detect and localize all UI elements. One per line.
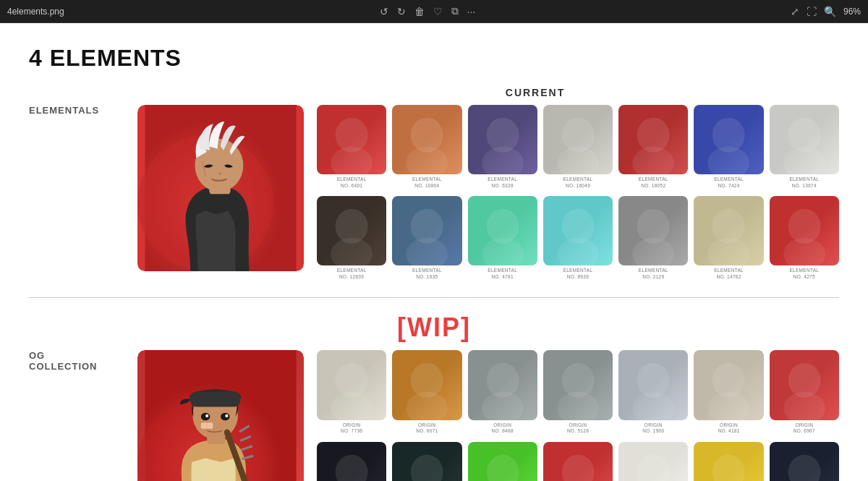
svg-point-5 [331, 147, 373, 175]
main-title: 4 ELEMENTS [29, 45, 839, 72]
card-item[interactable]: ORIGIN NO. 6071 [392, 350, 461, 434]
card-image-box [392, 442, 461, 481]
svg-point-63 [336, 454, 368, 481]
svg-point-56 [557, 392, 599, 420]
card-label: ELEMENTAL NO. 4275 [789, 268, 819, 280]
elementals-hero-art [137, 105, 304, 271]
heart-icon[interactable]: ♡ [433, 6, 443, 17]
card-item[interactable]: ORIGIN NO. 4181 [694, 350, 763, 434]
card-item[interactable]: ORIGIN NO. 1900 [618, 350, 688, 434]
card-item[interactable]: ELEMENTAL NO. 14782 [694, 196, 763, 280]
card-image-box [694, 196, 763, 265]
card-item[interactable]: ELEMENTAL NO. 6328 [468, 105, 537, 189]
card-item[interactable]: ELEMENTAL NO. 8939 [543, 196, 613, 280]
card-image-box [618, 105, 688, 174]
card-item[interactable]: ORIGIN NO. 9790 [543, 442, 613, 481]
svg-point-75 [788, 454, 820, 481]
svg-point-11 [557, 147, 599, 175]
svg-point-29 [708, 238, 750, 266]
svg-point-13 [632, 147, 674, 175]
card-label: ELEMENTAL NO. 6401 [337, 176, 367, 189]
external-link-icon[interactable]: ⤢ [791, 6, 799, 17]
svg-point-19 [331, 238, 373, 266]
card-image-box [468, 105, 537, 174]
more-icon[interactable]: ··· [467, 6, 476, 17]
card-item[interactable]: ORIGIN NO. ??? [770, 442, 839, 481]
svg-point-73 [712, 454, 745, 481]
title-bar: 4elements.png ↺ ↻ 🗑 ♡ ⧉ ··· ⤢ ⛶ 🔍 96% [0, 0, 868, 23]
content-wrapper: 4 ELEMENTS CURRENT ELEMENTALS [0, 23, 868, 481]
svg-point-9 [482, 147, 524, 175]
wip-label: [WIP] [29, 312, 839, 343]
svg-point-21 [407, 238, 448, 266]
card-item[interactable]: ELEMENTAL NO. 1635 [392, 196, 461, 280]
card-image-box [317, 442, 386, 481]
card-image-box [317, 105, 386, 174]
card-image-box [770, 350, 839, 420]
card-label: ELEMENTAL NO. 4781 [488, 268, 517, 280]
svg-point-40 [205, 414, 208, 417]
svg-point-38 [201, 413, 210, 420]
svg-point-60 [708, 392, 750, 420]
card-item[interactable]: ORIGIN NO. ??? [694, 442, 763, 481]
current-label: CURRENT [506, 87, 565, 98]
rotate-left-icon[interactable]: ↺ [380, 6, 388, 17]
card-item[interactable]: ORIGIN NO. 5128 [543, 350, 613, 434]
svg-point-7 [407, 147, 448, 175]
title-bar-filename: 4elements.png [7, 7, 64, 17]
card-label: ORIGIN NO. 8488 [492, 422, 514, 435]
search-icon[interactable]: 🔍 [824, 6, 836, 17]
card-item[interactable]: ORIGIN NO. 7258 [317, 442, 386, 481]
elementals-row-1: ELEMENTAL NO. 6401 ELEMENTAL NO. 10804 E… [317, 105, 839, 189]
card-item[interactable]: ELEMENTAL NO. 4275 [770, 196, 839, 280]
card-image-box [543, 105, 613, 174]
svg-point-15 [708, 147, 750, 175]
card-item[interactable]: ORIGIN NO. 1594 [468, 442, 537, 481]
card-item[interactable]: ORIGIN NO. 7736 [317, 350, 386, 434]
card-item[interactable]: ELEMENTAL NO. 12839 [317, 196, 386, 280]
card-item[interactable]: ELEMENTAL NO. 4781 [468, 196, 537, 280]
card-image-box [694, 105, 763, 174]
card-item[interactable]: ORIGIN NO. 6967 [770, 350, 839, 434]
rotate-right-icon[interactable]: ↻ [397, 6, 406, 17]
card-item[interactable]: ELEMENTAL NO. 18052 [618, 105, 688, 189]
svg-point-23 [482, 238, 524, 266]
elementals-section: ELEMENTALS [29, 105, 839, 283]
card-label: ORIGIN NO. 7736 [341, 422, 362, 435]
copy-icon[interactable]: ⧉ [451, 5, 459, 17]
fullscreen-icon[interactable]: ⛶ [807, 6, 817, 17]
svg-point-25 [557, 238, 599, 266]
card-label: ORIGIN NO. 4181 [718, 422, 739, 435]
card-image-box [392, 350, 461, 420]
svg-point-62 [783, 392, 825, 420]
card-item[interactable]: ELEMENTAL NO. 7424 [694, 105, 763, 189]
card-image-box [694, 442, 763, 481]
canvas-area: 4 ELEMENTS CURRENT ELEMENTALS [0, 23, 868, 481]
card-item[interactable]: ELEMENTAL NO. 6401 [317, 105, 386, 189]
svg-rect-37 [190, 392, 240, 407]
card-item[interactable]: ELEMENTAL NO. 13674 [770, 105, 839, 189]
card-label: ELEMENTAL NO. 2129 [639, 268, 668, 280]
card-image-box [770, 442, 839, 481]
og-hero [137, 350, 304, 481]
title-bar-icons: ↺ ↻ 🗑 ♡ ⧉ ··· [380, 5, 476, 17]
card-item[interactable]: ORIGIN NO. 8488 [468, 350, 537, 434]
elementals-cards: ELEMENTAL NO. 6401 ELEMENTAL NO. 10804 E… [317, 105, 839, 283]
og-label: OG COLLECTION [29, 350, 116, 372]
trash-icon[interactable]: 🗑 [414, 6, 425, 17]
card-item[interactable]: ORIGIN NO. 6367 [392, 442, 461, 481]
card-image-box [694, 350, 763, 420]
card-image-box [468, 350, 537, 420]
card-image-box [770, 105, 839, 174]
card-label: ELEMENTAL NO. 7424 [714, 176, 744, 189]
card-item[interactable]: ELEMENTAL NO. 10804 [392, 105, 461, 189]
card-label: ELEMENTAL NO. 18052 [639, 176, 668, 189]
title-bar-right: ⤢ ⛶ 🔍 96% [791, 6, 861, 17]
card-label: ORIGIN NO. 1900 [642, 422, 664, 435]
card-item[interactable]: ELEMENTAL NO. 16049 [543, 105, 613, 189]
svg-point-71 [637, 454, 670, 481]
svg-point-58 [632, 392, 674, 420]
card-item[interactable]: ORIGIN NO. 1991 [618, 442, 688, 481]
card-item[interactable]: ELEMENTAL NO. 2129 [618, 196, 688, 280]
svg-point-41 [225, 414, 228, 417]
